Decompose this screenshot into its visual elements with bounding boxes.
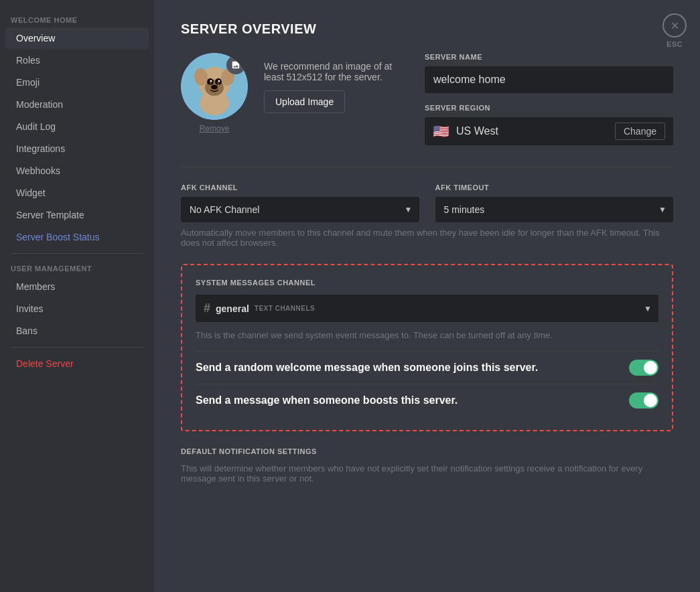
afk-timeout-label: AFK TIMEOUT [435,183,674,192]
afk-channel-label: AFK CHANNEL [181,183,419,192]
afk-channel-select[interactable]: No AFK Channel [181,197,419,222]
upload-section: We recommend an image of at least 512x51… [264,53,398,113]
boost-message-toggle[interactable] [629,392,658,409]
channel-type-badge: TEXT CHANNELS [255,305,315,312]
sidebar-divider-2 [11,347,143,348]
toggle-2-track[interactable] [629,392,658,409]
sidebar: WELCOME HOME Overview Roles Emoji Modera… [0,0,154,592]
server-icon-section: Remove We recommend an image of at least… [181,53,673,145]
system-messages-description: This is the channel we send system event… [196,330,658,340]
server-name-label: SERVER NAME [425,53,673,61]
afk-description: Automatically move members to this chann… [181,228,673,248]
server-name-input[interactable] [425,66,673,93]
sidebar-item-widget[interactable]: Widget [5,182,149,204]
sidebar-item-webhooks[interactable]: Webhooks [5,160,149,181]
upload-image-button[interactable]: Upload Image [264,90,345,113]
system-messages-section: SYSTEM MESSAGES CHANNEL # general TEXT C… [181,264,673,431]
afk-channel-group: AFK CHANNEL No AFK Channel ▼ [181,183,419,222]
sidebar-item-moderation[interactable]: Moderation [5,94,149,115]
server-region-label: SERVER REGION [425,104,673,112]
default-notification-section: DEFAULT NOTIFICATION SETTINGS This will … [181,447,673,484]
page-title: SERVER OVERVIEW [181,21,673,37]
sidebar-group-user-management: USER MANAGEMENT [0,259,154,275]
sidebar-item-audit-log[interactable]: Audit Log [5,116,149,137]
afk-timeout-select[interactable]: 5 minutes [435,197,674,222]
welcome-message-toggle[interactable] [629,360,658,376]
sidebar-item-overview[interactable]: Overview [5,27,149,49]
close-icon[interactable]: ✕ [662,13,687,38]
channel-select-wrapper: # general TEXT CHANNELS ▼ [196,295,658,322]
toggle-2-thumb [644,394,657,407]
main-content: ✕ ESC SERVER OVERVIEW [154,0,700,592]
server-icon[interactable] [181,53,248,120]
sidebar-divider [11,253,143,254]
chevron-down-icon-3: ▼ [644,304,652,313]
afk-timeout-group: AFK TIMEOUT 5 minutes ▼ [435,183,674,222]
toggle-row-1: Send a random welcome message when someo… [196,351,658,384]
server-name-group: SERVER NAME [425,53,673,93]
afk-timeout-select-wrapper: 5 minutes ▼ [435,197,674,222]
system-messages-title: SYSTEM MESSAGES CHANNEL [196,279,658,287]
sidebar-item-server-template[interactable]: Server Template [5,204,149,226]
toggle-2-label: Send a message when someone boosts this … [196,394,629,406]
region-name: US West [456,125,608,137]
channel-select-display[interactable]: # general TEXT CHANNELS [196,295,658,322]
hash-icon: # [204,301,210,315]
upload-icon-overlay[interactable] [226,56,245,74]
svg-point-8 [211,85,218,90]
toggle-1-thumb [644,361,657,374]
sidebar-item-emoji[interactable]: Emoji [5,72,149,93]
sidebar-item-integrations[interactable]: Integrations [5,138,149,159]
channel-name: general [216,303,249,314]
recommend-text: We recommend an image of at least 512x51… [264,61,398,82]
server-region-group: SERVER REGION 🇺🇸 US West Change [425,104,673,145]
server-fields: SERVER NAME SERVER REGION 🇺🇸 US West Cha… [425,53,673,145]
divider-1 [181,167,673,167]
camera-icon [231,60,240,70]
sidebar-item-server-boost-status[interactable]: Server Boost Status [5,226,149,248]
sidebar-item-roles[interactable]: Roles [5,50,149,71]
afk-channel-select-wrapper: No AFK Channel ▼ [181,197,419,222]
sidebar-item-delete-server[interactable]: Delete Server [5,353,149,374]
sidebar-item-members[interactable]: Members [5,276,149,297]
default-notification-description: This will determine whether members who … [181,463,673,484]
region-flag: 🇺🇸 [433,123,449,139]
toggle-1-label: Send a random welcome message when someo… [196,362,629,374]
esc-label: ESC [667,40,683,48]
sidebar-group-welcome: WELCOME HOME [0,11,154,27]
default-notification-title: DEFAULT NOTIFICATION SETTINGS [181,447,673,455]
afk-row: AFK CHANNEL No AFK Channel ▼ AFK TIMEOUT… [181,183,673,222]
toggle-1-track[interactable] [629,360,658,376]
region-selector: 🇺🇸 US West Change [425,117,673,145]
server-icon-wrapper: Remove [181,53,248,133]
sidebar-item-invites[interactable]: Invites [5,298,149,319]
esc-button[interactable]: ✕ ESC [662,13,687,48]
remove-label[interactable]: Remove [200,124,230,133]
toggle-row-2: Send a message when someone boosts this … [196,384,658,417]
sidebar-item-bans[interactable]: Bans [5,320,149,342]
change-region-button[interactable]: Change [615,123,665,140]
